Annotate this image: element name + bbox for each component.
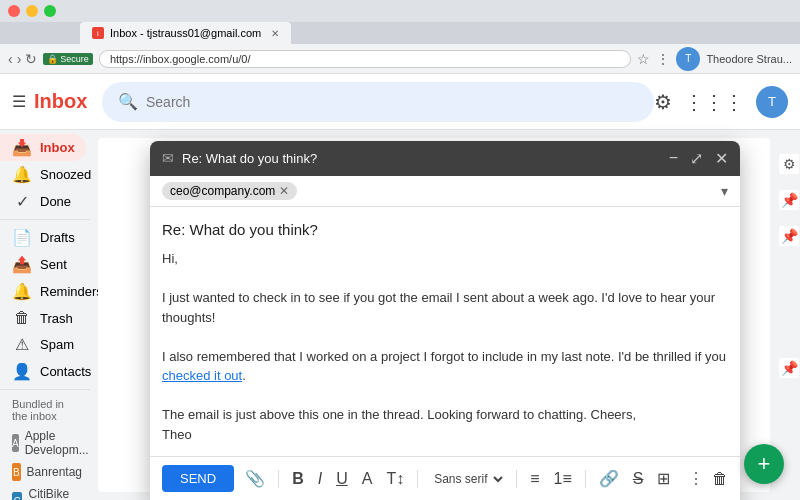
more-formatting-button[interactable]: ⋮ — [688, 469, 704, 488]
sidebar-trash-label: Trash — [40, 311, 73, 326]
tab-close-button[interactable]: ✕ — [271, 28, 279, 39]
attach-icon[interactable]: 📎 — [242, 466, 268, 491]
bundles-section-label: Bundled in the inbox — [0, 394, 90, 426]
close-dot[interactable] — [8, 5, 20, 17]
numbered-list-button[interactable]: 1≡ — [551, 467, 575, 491]
right-panel-icon-3[interactable]: 📌 — [779, 226, 799, 246]
right-panel-icon-2[interactable]: 📌 — [779, 190, 799, 210]
sidebar-item-inbox[interactable]: 📥 Inbox — [0, 134, 86, 161]
minimize-compose-button[interactable]: − — [669, 149, 678, 167]
grid-apps-icon[interactable]: ⋮⋮⋮ — [684, 90, 744, 114]
reminders-icon: 🔔 — [12, 282, 32, 301]
user-avatar[interactable]: T — [676, 47, 700, 71]
remove-recipient-button[interactable]: ✕ — [279, 184, 289, 198]
link-button[interactable]: 🔗 — [596, 466, 622, 491]
lock-icon: 🔒 — [47, 54, 58, 64]
text-color-button[interactable]: A — [359, 467, 376, 491]
back-icon[interactable]: ‹ — [8, 51, 13, 67]
search-box[interactable]: 🔍 — [102, 82, 654, 122]
snoozed-icon: 🔔 — [12, 165, 32, 184]
compose-fab-button[interactable]: + — [744, 444, 784, 484]
done-icon: ✓ — [12, 192, 32, 211]
header-search[interactable]: 🔍 — [102, 82, 654, 122]
sidebar-item-sent[interactable]: 📤 Sent — [0, 251, 86, 278]
italic-button[interactable]: I — [315, 467, 325, 491]
settings-icon[interactable]: ⚙ — [654, 90, 672, 114]
bullet-list-button[interactable]: ≡ — [527, 467, 542, 491]
toolbar-sep-2 — [417, 470, 418, 488]
sidebar-item-contacts[interactable]: 👤 Contacts — [0, 358, 86, 385]
recipient-email: ceo@company.com — [170, 184, 275, 198]
bundle-icon-banrentag: B — [12, 463, 21, 481]
drafts-icon: 📄 — [12, 228, 32, 247]
bundle-icon-apple: A — [12, 434, 19, 452]
header-right-icons: ⚙ ⋮⋮⋮ T — [654, 86, 788, 118]
sidebar-contacts-label: Contacts — [40, 364, 91, 379]
sidebar-item-snoozed[interactable]: 🔔 Snoozed — [0, 161, 86, 188]
bundle-apple-label: Apple Developm... — [25, 429, 89, 457]
strikethrough-button[interactable]: S — [630, 467, 647, 491]
right-panel-icon-4[interactable]: 📌 — [779, 358, 799, 378]
compose-footer: SEND 📎 B I U A T↕ Sans serif ≡ 1≡ 🔗 S ⊞ … — [150, 456, 740, 500]
body-greeting: Hi, — [162, 249, 728, 269]
sidebar-done-label: Done — [40, 194, 71, 209]
bundle-icon-citibike: C — [12, 492, 22, 500]
font-size-button[interactable]: T↕ — [383, 467, 407, 491]
more-recipients-button[interactable]: ▾ — [721, 183, 728, 199]
header-left: ☰ Inbox — [12, 90, 102, 113]
expand-compose-button[interactable]: ⤢ — [690, 149, 703, 168]
address-bar[interactable]: https://inbox.google.com/u/0/ — [99, 50, 632, 68]
close-compose-button[interactable]: ✕ — [715, 149, 728, 168]
sidebar-bundle-banrentag[interactable]: B Banrentag — [0, 460, 90, 484]
sidebar-item-spam[interactable]: ⚠ Spam — [0, 331, 86, 358]
user-name: Theodore Strau... — [706, 53, 792, 65]
sidebar-sent-label: Sent — [40, 257, 67, 272]
body-signature: Theo — [162, 425, 728, 445]
nav-back-forward[interactable]: ‹ › ↻ — [8, 51, 37, 67]
secure-indicator: 🔒 Secure — [43, 53, 93, 65]
url-text: https://inbox.google.com/u/0/ — [110, 53, 251, 65]
body-paragraph-2: I also remembered that I worked on a pro… — [162, 347, 728, 386]
menu-icon[interactable]: ⋮ — [656, 51, 670, 67]
maximize-dot[interactable] — [44, 5, 56, 17]
search-input[interactable] — [146, 94, 638, 110]
spam-icon: ⚠ — [12, 335, 32, 354]
active-tab[interactable]: i Inbox - tjstrauss01@gmail.com ✕ — [80, 22, 291, 44]
compose-header-title: Re: What do you think? — [182, 151, 317, 166]
indent-button[interactable]: ⊞ — [654, 466, 673, 491]
sidebar-item-done[interactable]: ✓ Done — [0, 188, 86, 215]
compose-header-left: ✉ Re: What do you think? — [162, 150, 317, 166]
bundle-banrentag-label: Banrentag — [27, 465, 82, 479]
compose-header[interactable]: ✉ Re: What do you think? − ⤢ ✕ — [150, 141, 740, 176]
inline-link[interactable]: checked it out — [162, 368, 242, 383]
sidebar-item-trash[interactable]: 🗑 Trash — [0, 305, 86, 331]
mail-header-icon: ✉ — [162, 150, 174, 166]
star-icon[interactable]: ☆ — [637, 51, 650, 67]
forward-icon[interactable]: › — [17, 51, 22, 67]
sidebar-snoozed-label: Snoozed — [40, 167, 91, 182]
sidebar-bundle-citibike[interactable]: C CitiBike Dock A... — [0, 484, 90, 500]
compose-plus-icon: + — [758, 451, 771, 477]
trash-nav-icon: 🗑 — [12, 309, 32, 327]
refresh-icon[interactable]: ↻ — [25, 51, 37, 67]
sidebar-item-reminders[interactable]: 🔔 Reminders — [0, 278, 86, 305]
tab-favicon: i — [92, 27, 104, 39]
minimize-dot[interactable] — [26, 5, 38, 17]
compose-body[interactable]: Re: What do you think? Hi, I just wanted… — [150, 207, 740, 457]
sidebar-bundle-apple[interactable]: A Apple Developm... — [0, 426, 90, 460]
bold-button[interactable]: B — [289, 467, 307, 491]
recipient-chip[interactable]: ceo@company.com ✕ — [162, 182, 297, 200]
sidebar-inbox-label: Inbox — [40, 140, 75, 155]
right-panel-icon-1[interactable]: ⚙ — [779, 154, 799, 174]
sent-icon: 📤 — [12, 255, 32, 274]
body-paragraph-3: The email is just above this one in the … — [162, 405, 728, 425]
hamburger-menu-button[interactable]: ☰ — [12, 92, 26, 111]
right-panel: ⚙ 📌 📌 📌 — [778, 74, 800, 500]
font-family-selector[interactable]: Sans serif — [428, 469, 506, 489]
underline-button[interactable]: U — [333, 467, 351, 491]
profile-avatar[interactable]: T — [756, 86, 788, 118]
discard-draft-button[interactable]: 🗑 — [712, 470, 728, 488]
sidebar-divider-2 — [0, 389, 90, 390]
sidebar-item-drafts[interactable]: 📄 Drafts — [0, 224, 86, 251]
send-button[interactable]: SEND — [162, 465, 234, 492]
